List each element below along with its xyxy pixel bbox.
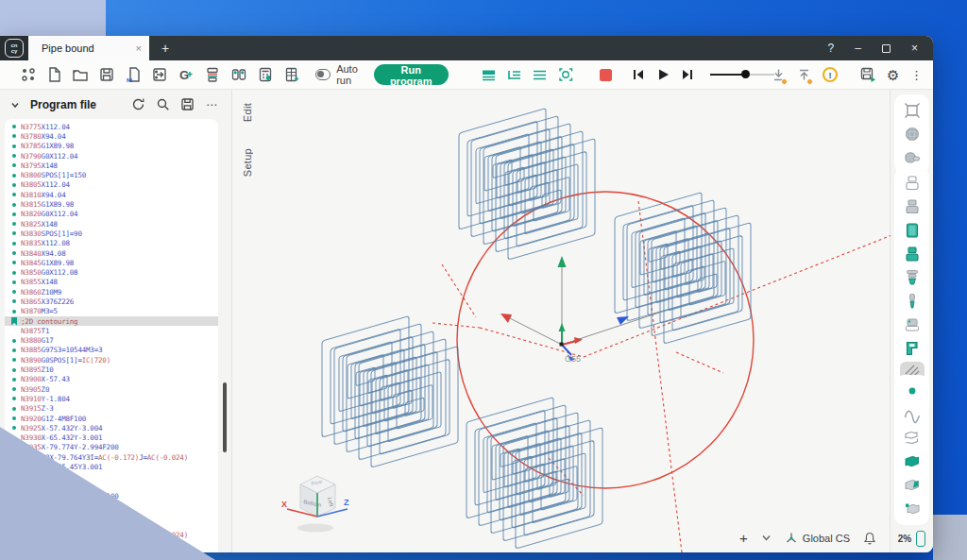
save-file-icon[interactable]: [98, 65, 115, 84]
upload-badge-icon[interactable]: [796, 65, 812, 84]
code-line[interactable]: N3865X376Z226: [5, 297, 218, 306]
kebab-menu-icon[interactable]: ⋮: [909, 65, 924, 84]
apps-grid-icon[interactable]: [21, 65, 36, 84]
code-line[interactable]: N3895Z10: [5, 365, 218, 374]
panel-more-icon[interactable]: ⋯: [201, 94, 222, 115]
code-line[interactable]: N3840X94.08: [5, 248, 218, 258]
block-list-icon[interactable]: [532, 65, 548, 84]
code-line[interactable]: N3835X112.08: [5, 239, 218, 248]
code-line[interactable]: N3780X94.04: [5, 131, 218, 141]
code-line[interactable]: N3885G97S3=10544M3=3: [5, 346, 218, 355]
code-line[interactable]: N3855X148: [5, 278, 218, 287]
toggle-pill[interactable]: [315, 69, 331, 80]
coordinate-system-select[interactable]: Global CS: [785, 532, 850, 545]
code-line[interactable]: N3880G17: [5, 336, 218, 346]
open-folder-icon[interactable]: [72, 65, 89, 84]
panel-save-icon[interactable]: [177, 94, 197, 115]
code-line[interactable]: N3800SPOS[1]=150: [5, 170, 218, 179]
flag-filled-icon[interactable]: [900, 451, 925, 472]
auto-run-toggle[interactable]: Auto run: [315, 63, 365, 86]
new-file-icon[interactable]: [45, 65, 62, 84]
tab-pipe-bound[interactable]: Pipe bound ×: [28, 36, 149, 60]
code-line[interactable]: N3825X148: [5, 219, 218, 229]
code-line[interactable]: N3875T1: [5, 326, 218, 335]
new-tab-button[interactable]: +: [149, 36, 181, 60]
code-line[interactable]: N3900X-57.43: [5, 375, 218, 384]
refresh-icon[interactable]: [127, 94, 148, 115]
collapse-chevron-icon[interactable]: [9, 99, 21, 110]
play-button[interactable]: [655, 65, 670, 84]
tool-layers-icon[interactable]: [204, 65, 221, 84]
calculator-icon[interactable]: [257, 65, 274, 84]
workpiece-cylinder-icon[interactable]: [900, 220, 925, 241]
block-list-filled-icon[interactable]: [481, 65, 497, 84]
target-select-icon[interactable]: [557, 65, 574, 84]
chevron-down-icon[interactable]: [761, 533, 772, 543]
save-run-icon[interactable]: [859, 65, 876, 84]
code-line[interactable]: N3925X-57.432Y-3.004: [5, 423, 218, 433]
notifications-bell-icon[interactable]: [863, 531, 876, 545]
machine-icon[interactable]: [900, 338, 925, 359]
stock-top-icon[interactable]: [900, 173, 925, 194]
step-back-button[interactable]: [631, 65, 646, 84]
code-line[interactable]: N3810X94.04: [5, 190, 218, 199]
slider-knob[interactable]: [741, 70, 750, 78]
stock-cylinders-icon[interactable]: [900, 147, 925, 168]
tab-close-icon[interactable]: ×: [136, 42, 142, 54]
close-button[interactable]: ×: [911, 42, 918, 55]
code-line[interactable]: ;2D contouring: [5, 316, 218, 326]
code-line[interactable]: N3795X148: [5, 161, 218, 170]
stock-holder-icon[interactable]: [900, 196, 925, 217]
code-line[interactable]: N3905Z0: [5, 384, 218, 394]
stock-sphere-icon[interactable]: [900, 124, 925, 144]
maximize-button[interactable]: [882, 44, 891, 53]
code-line[interactable]: N3830SPOS[1]=90: [5, 229, 218, 238]
code-line[interactable]: N3870M3=5: [5, 307, 218, 316]
code-line[interactable]: N3805X112.04: [5, 180, 218, 190]
view-cube[interactable]: Bottom Left Rear X Z: [281, 476, 349, 533]
warning-icon[interactable]: !: [822, 65, 839, 84]
block-list-indent-icon[interactable]: [506, 65, 522, 84]
flag-half-icon[interactable]: [900, 475, 925, 496]
stop-button[interactable]: [599, 65, 613, 84]
flags-outline-icon[interactable]: [900, 428, 925, 449]
code-line[interactable]: N3915Z-3: [5, 404, 218, 414]
minimize-button[interactable]: –: [855, 42, 861, 55]
run-program-button[interactable]: Run program: [374, 64, 449, 85]
curve-display-icon[interactable]: [900, 404, 925, 425]
point-display-icon[interactable]: [900, 381, 925, 401]
speed-slider[interactable]: [710, 68, 757, 81]
import-panel-icon[interactable]: [151, 65, 168, 84]
gcode-add-icon[interactable]: G: [178, 65, 195, 84]
help-button[interactable]: ?: [828, 42, 835, 55]
flag-marker-icon[interactable]: [900, 499, 925, 519]
code-line[interactable]: N3815G1X89.98: [5, 199, 218, 209]
download-badge-icon[interactable]: [771, 65, 787, 84]
code-line[interactable]: N3775X112.04: [5, 122, 218, 131]
code-line[interactable]: N3785G1X89.98: [5, 142, 218, 151]
code-line[interactable]: N3860Z10M9: [5, 287, 218, 297]
viewport-3d[interactable]: Edit Setup: [231, 90, 891, 552]
code-line[interactable]: N3850G0X112.08: [5, 267, 218, 277]
table-add-icon[interactable]: [283, 65, 300, 84]
code-line[interactable]: N3820G0X112.04: [5, 210, 218, 219]
code-line[interactable]: N3930X-65.432Y-3.001: [5, 433, 218, 443]
code-line[interactable]: N3790G0X112.04: [5, 151, 218, 161]
app-logo[interactable]: cncy: [0, 36, 28, 60]
tool-pair-icon[interactable]: [230, 65, 247, 84]
workpiece-holder-icon[interactable]: [900, 244, 925, 264]
drill-bit-icon[interactable]: [900, 291, 925, 312]
code-line[interactable]: N3920G1Z-4M8F100: [5, 414, 218, 423]
panel-scrollbar[interactable]: [223, 382, 227, 452]
fit-view-icon[interactable]: [900, 100, 925, 121]
code-line[interactable]: N3890G0SPOS[1]=IC(720): [5, 355, 218, 365]
step-forward-button[interactable]: [680, 65, 695, 84]
code-line[interactable]: N3910Y-1.804: [5, 394, 218, 403]
nc-file-icon[interactable]: NI: [125, 65, 142, 84]
spindle-head-icon[interactable]: [900, 314, 925, 335]
search-icon[interactable]: [152, 94, 173, 115]
zoom-add-button[interactable]: +: [739, 531, 748, 545]
code-line[interactable]: N3845G1X89.98: [5, 258, 218, 267]
tool-chuck-icon[interactable]: [900, 267, 925, 288]
settings-gear-icon[interactable]: ⚙: [886, 65, 900, 84]
